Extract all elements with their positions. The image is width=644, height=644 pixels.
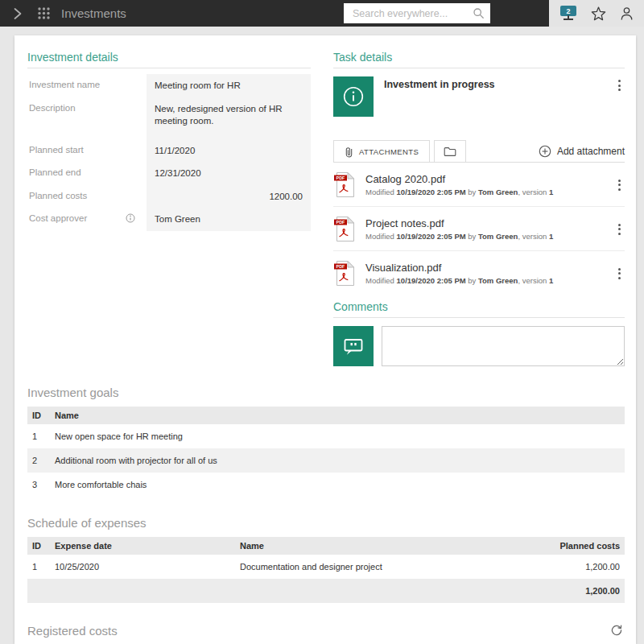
pdf-file-icon: PDF [333, 171, 355, 198]
expense-date: 10/25/2020 [55, 562, 240, 572]
attachment-name[interactable]: Catalog 2020.pdf [365, 173, 553, 185]
paperclip-icon [345, 146, 353, 158]
comment-section [333, 326, 625, 366]
form-card: Investment details Investment name Meeti… [14, 35, 636, 644]
goals-table-header: ID Name [27, 407, 625, 424]
attachment-list: PDF Catalog 2020.pdf Modified 10/19/2020… [333, 163, 625, 295]
investment-details-form: Investment name Meeting room for HR Desc… [27, 74, 311, 231]
goal-id: 2 [32, 456, 55, 465]
task-details-panel: Task details Investment in progress [333, 45, 625, 366]
topbar-right-panel: 2 [549, 0, 644, 27]
planned-costs-value: 1200.00 [147, 185, 311, 208]
cost-approver-value: Tom Green [147, 208, 311, 231]
registered-costs-section: Registered costs Instance number Investm… [27, 622, 625, 644]
search-input[interactable] [351, 7, 473, 20]
task-card: Investment in progress [333, 76, 625, 123]
comment-bubble-icon [341, 334, 365, 358]
comment-input[interactable] [382, 326, 625, 366]
table-row[interactable]: 2 Additional room with projector for all… [27, 448, 625, 473]
registered-costs-title: Registered costs [27, 624, 118, 638]
attachment-name[interactable]: Visualization.pdf [365, 262, 553, 274]
sidebar-expand-chevron-icon[interactable] [13, 7, 23, 20]
add-attachment-button[interactable]: Add attachment [539, 145, 625, 162]
table-row[interactable]: 3 More comfortable chais [27, 473, 625, 497]
comments-title: Comments [333, 295, 625, 318]
attachment-name[interactable]: Project notes.pdf [365, 217, 553, 229]
refresh-icon[interactable] [609, 622, 625, 638]
expenses-table-header: ID Expense date Name Planned costs [27, 537, 625, 555]
expense-costs: 1,200.00 [515, 562, 620, 572]
attachment-item[interactable]: PDF Catalog 2020.pdf Modified 10/19/2020… [333, 163, 625, 207]
investment-goals-section: Investment goals ID Name 1 New open spac… [27, 386, 625, 497]
info-icon[interactable] [126, 213, 135, 223]
investment-name-value: Meeting room for HR [147, 74, 311, 97]
svg-text:PDF: PDF [336, 175, 345, 180]
field-label: Planned start [27, 139, 147, 163]
info-circle-icon [341, 85, 365, 109]
task-status-text: Investment in progress [384, 79, 495, 90]
expense-name: Documentation and designer project [240, 562, 515, 572]
tab-attachments[interactable]: ATTACHMENTS [333, 140, 430, 162]
notifications-icon[interactable]: 2 [559, 6, 577, 21]
expense-id: 1 [32, 562, 55, 572]
app-grid-icon[interactable] [37, 6, 51, 20]
attachment-meta: Modified 10/19/2020 2:05 PM by Tom Green… [365, 276, 553, 285]
goal-id: 1 [32, 431, 55, 441]
task-menu-icon[interactable] [614, 76, 625, 94]
task-status-tile [333, 76, 374, 117]
table-row[interactable]: 1 New open space for HR meeting [27, 424, 625, 448]
planned-end-value: 12/31/2020 [147, 162, 311, 185]
field-label: Cost approver [27, 208, 147, 231]
attachment-item[interactable]: PDF Project notes.pdf Modified 10/19/202… [333, 207, 625, 251]
planned-start-value: 11/1/2020 [147, 139, 311, 163]
expenses-summary-row: 1,200.00 [27, 579, 625, 603]
tab-attachment-folders[interactable] [434, 140, 466, 162]
attachment-menu-icon[interactable] [614, 265, 625, 283]
field-label: Planned end [27, 162, 147, 185]
goal-name: New open space for HR meeting [55, 431, 620, 441]
app-title: Investments [61, 6, 126, 20]
expenses-total: 1,200.00 [515, 586, 620, 596]
svg-text:PDF: PDF [336, 264, 345, 269]
pdf-file-icon: PDF [333, 216, 355, 242]
search-box[interactable] [344, 3, 490, 23]
folder-icon [444, 147, 456, 157]
attachment-menu-icon[interactable] [614, 221, 625, 238]
attachment-meta: Modified 10/19/2020 2:05 PM by Tom Green… [365, 188, 553, 196]
field-label: Planned costs [27, 185, 147, 208]
favorites-star-icon[interactable] [591, 6, 606, 21]
investment-details-panel: Investment details Investment name Meeti… [27, 45, 311, 366]
investment-goals-title: Investment goals [27, 386, 625, 399]
goal-id: 3 [32, 480, 55, 489]
topbar: Investments 2 [0, 0, 644, 27]
schedule-of-expenses-title: Schedule of expenses [27, 516, 625, 530]
task-details-title: Task details [333, 45, 625, 68]
schedule-of-expenses-section: Schedule of expenses ID Expense date Nam… [27, 516, 625, 603]
investment-details-title: Investment details [27, 45, 311, 68]
attachment-meta: Modified 10/19/2020 2:05 PM by Tom Green… [365, 232, 553, 241]
circle-plus-icon [539, 145, 551, 158]
pdf-file-icon: PDF [333, 260, 355, 287]
table-row[interactable]: 1 10/25/2020 Documentation and designer … [27, 555, 625, 579]
search-icon[interactable] [473, 7, 485, 19]
description-value: New, redesigned version of HR meeting ro… [147, 97, 311, 139]
attachment-item[interactable]: PDF Visualization.pdf Modified 10/19/202… [333, 251, 625, 295]
field-label: Investment name [27, 74, 147, 97]
user-profile-icon[interactable] [620, 6, 634, 21]
comment-tile [333, 326, 374, 366]
attachments-tabbar: ATTACHMENTS Add attachment [333, 140, 625, 163]
attachment-menu-icon[interactable] [614, 176, 625, 194]
goal-name: Additional room with projector for all o… [55, 456, 620, 465]
goal-name: More comfortable chais [55, 480, 620, 489]
field-label: Description [27, 97, 147, 139]
svg-text:PDF: PDF [336, 220, 345, 225]
